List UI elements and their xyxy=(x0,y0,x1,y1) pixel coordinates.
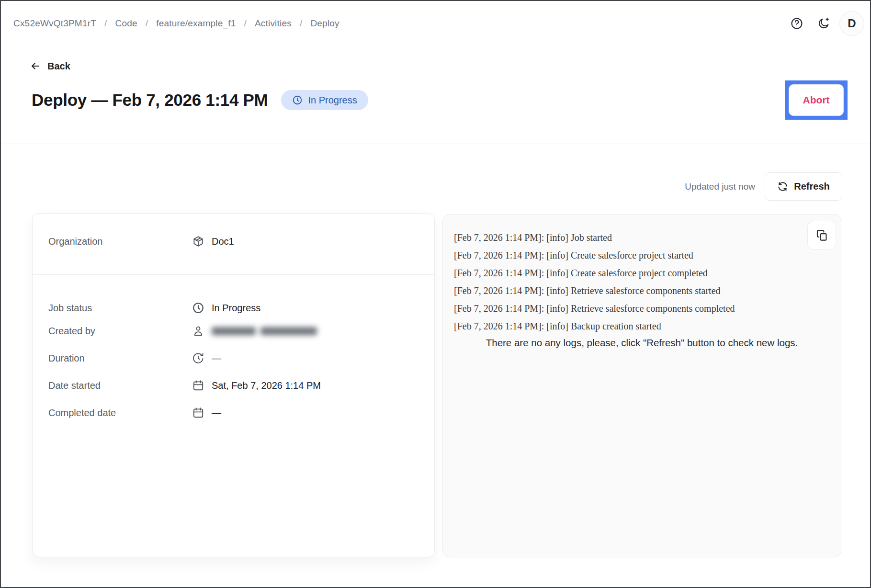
status-badge: In Progress xyxy=(281,90,368,110)
no-logs-message: There are no any logs, please, click "Re… xyxy=(443,337,841,349)
log-lines: [Feb 7, 2026 1:14 PM]: [info] Job starte… xyxy=(454,229,803,335)
copy-logs-button[interactable] xyxy=(807,221,836,249)
user-avatar[interactable]: D xyxy=(839,11,864,36)
calendar-icon xyxy=(192,379,204,392)
refresh-icon xyxy=(777,181,788,192)
created-by-row: Created by xyxy=(48,321,419,340)
avatar-initial: D xyxy=(848,17,856,30)
job-status-row: Job status In Progress xyxy=(48,298,419,317)
help-button[interactable] xyxy=(786,12,808,34)
log-line: [Feb 7, 2026 1:14 PM]: [info] Job starte… xyxy=(454,229,803,247)
user-icon xyxy=(192,325,204,337)
log-line: [Feb 7, 2026 1:14 PM]: [info] Retrieve s… xyxy=(454,282,803,300)
organization-label: Organization xyxy=(48,236,192,247)
duration-row: Duration — xyxy=(48,349,419,368)
abort-button[interactable]: Abort xyxy=(789,84,844,116)
log-line: [Feb 7, 2026 1:14 PM]: [info] Retrieve s… xyxy=(454,300,803,317)
date-started-value: Sat, Feb 7, 2026 1:14 PM xyxy=(212,380,321,391)
breadcrumb-activities[interactable]: Activities xyxy=(255,18,292,29)
breadcrumb-project[interactable]: Cx52eWvQt3PM1rT xyxy=(13,18,96,29)
app-window: Cx52eWvQt3PM1rT / Code / feature/example… xyxy=(0,0,871,588)
back-button[interactable]: Back xyxy=(30,60,70,72)
date-started-row: Date started Sat, Feb 7, 2026 1:14 PM xyxy=(48,376,419,395)
created-by-label: Created by xyxy=(48,326,192,337)
organization-row: Organization Doc1 xyxy=(48,232,419,251)
focus-highlight-rectangle: Abort xyxy=(785,80,848,120)
breadcrumb-separator: / xyxy=(300,18,302,29)
updated-status-text: Updated just now xyxy=(685,172,755,201)
log-line: [Feb 7, 2026 1:14 PM]: [info] Create sal… xyxy=(454,264,803,282)
job-status-label: Job status xyxy=(48,303,192,314)
moon-plus-icon xyxy=(817,17,830,30)
card-divider xyxy=(33,274,434,275)
arrow-left-icon xyxy=(30,60,41,72)
title-row: Deploy — Feb 7, 2026 1:14 PM In Progress xyxy=(32,90,368,110)
completed-date-value: — xyxy=(212,407,221,418)
completed-date-row: Completed date — xyxy=(48,403,419,422)
breadcrumb-branch[interactable]: feature/example_f1 xyxy=(156,18,236,29)
date-started-label: Date started xyxy=(48,380,192,391)
question-circle-icon xyxy=(790,17,803,30)
timer-icon xyxy=(192,352,204,364)
duration-value: — xyxy=(212,353,221,364)
top-bar: Cx52eWvQt3PM1rT / Code / feature/example… xyxy=(1,1,870,49)
breadcrumb-separator: / xyxy=(146,18,148,29)
completed-date-label: Completed date xyxy=(48,407,192,418)
status-badge-label: In Progress xyxy=(308,95,357,106)
deploy-log-panel: [Feb 7, 2026 1:14 PM]: [info] Job starte… xyxy=(442,214,841,557)
clock-icon xyxy=(292,95,303,105)
created-by-redacted-value xyxy=(212,327,317,335)
clock-icon xyxy=(192,302,204,314)
log-line: [Feb 7, 2026 1:14 PM]: [info] Create sal… xyxy=(454,247,803,264)
breadcrumb-code[interactable]: Code xyxy=(115,18,137,29)
page-title: Deploy — Feb 7, 2026 1:14 PM xyxy=(32,90,268,110)
log-line: [Feb 7, 2026 1:14 PM]: [info] Backup cre… xyxy=(454,317,803,335)
top-actions: D xyxy=(786,11,864,36)
back-label: Back xyxy=(47,61,70,72)
dark-mode-toggle[interactable] xyxy=(813,12,835,34)
package-cube-icon xyxy=(192,235,204,248)
duration-label: Duration xyxy=(48,353,192,364)
organization-value: Doc1 xyxy=(212,236,234,247)
breadcrumb: Cx52eWvQt3PM1rT / Code / feature/example… xyxy=(13,18,339,29)
copy-icon xyxy=(815,229,828,242)
refresh-button[interactable]: Refresh xyxy=(765,172,842,201)
job-status-value: In Progress xyxy=(212,303,260,314)
breadcrumb-deploy-current: Deploy xyxy=(310,18,339,29)
header-divider xyxy=(1,144,870,144)
refresh-label: Refresh xyxy=(794,181,829,192)
breadcrumb-separator: / xyxy=(104,18,107,29)
job-details-card: Organization Doc1 Job status In Pr xyxy=(32,213,435,557)
breadcrumb-separator: / xyxy=(244,18,246,29)
calendar-icon xyxy=(192,407,204,419)
